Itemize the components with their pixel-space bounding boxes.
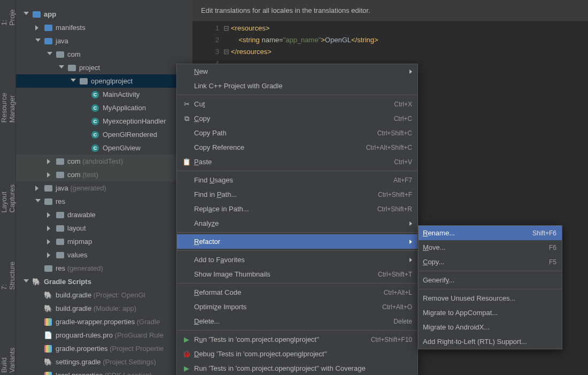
menu-show-thumb-label: Show Image Thumbnails (194, 270, 378, 278)
tree-res-values[interactable]: values (16, 248, 192, 262)
menu-show-thumbnails[interactable]: Show Image ThumbnailsCtrl+Shift+T (177, 267, 417, 281)
menu-copy[interactable]: ⧉CopyCtrl+C (177, 111, 417, 126)
code-editor[interactable]: 1 2 3 4 ⊟ ⊟ <resources> <string name="ap… (192, 21, 588, 70)
class-icon: C (91, 131, 99, 139)
tree-gradle-scripts[interactable]: 🐘Gradle Scripts (16, 275, 192, 288)
submenu-rtl[interactable]: Add Right-to-Left (RTL) Support... (419, 334, 562, 349)
rail-build-variants[interactable]: Build Variants (0, 335, 17, 375)
code-l2-text: OpenGL (325, 36, 351, 44)
rail-resource-manager[interactable]: Resource Manager (0, 71, 17, 125)
rail-structure[interactable]: 7: Structure (0, 257, 17, 292)
menu-reformat[interactable]: Reformat CodeCtrl+Alt+L (177, 285, 417, 300)
package-icon (56, 157, 64, 166)
code-l2-close: </string> (351, 36, 378, 44)
gutter: 1 2 3 4 (192, 22, 223, 70)
menu-copy-ref-label: Copy Reference (194, 143, 366, 151)
tree-res-mipmap[interactable]: mipmap (16, 235, 192, 248)
menu-copy-ref[interactable]: Copy ReferenceCtrl+Alt+Shift+C (177, 140, 417, 155)
menu-run-coverage[interactable]: ▶Run 'Tests in 'com.project.openglprojec… (177, 361, 417, 375)
tree-gradle-wrapper[interactable]: gradle-wrapper.properties (Gradle (16, 315, 192, 328)
refactor-submenu: Rename...Shift+F6 Move...F6 Copy...F5 Ge… (418, 225, 562, 349)
menu-separator (177, 283, 417, 284)
tree-res-label: res (56, 197, 65, 205)
submenu-copy[interactable]: Copy...F5 (419, 255, 562, 269)
debug-icon: 🐞 (181, 350, 192, 358)
tree-res-values-label: values (67, 251, 88, 259)
chevron-down-icon (59, 65, 64, 71)
submenu-migrate-androidx[interactable]: Migrate to AndroidX... (419, 320, 562, 334)
tree-class-2[interactable]: CMyexceptionHandler (16, 114, 192, 128)
menu-optimize[interactable]: Optimize ImportsCtrl+Alt+O (177, 300, 417, 314)
tree-build-gradle-module[interactable]: 🐘build.gradle (Module: app) (16, 302, 192, 315)
rail-layout-captures[interactable]: Layout Captures (0, 167, 17, 215)
tree-java[interactable]: java (16, 34, 192, 48)
menu-run-tests[interactable]: ▶Run 'Tests in 'com.project.openglprojec… (177, 332, 417, 347)
tree-openglproject[interactable]: openglproject (16, 74, 192, 88)
tree-com[interactable]: com (16, 48, 192, 61)
tree-res-layout[interactable]: layout (16, 221, 192, 235)
tree-proguard-hint: (ProGuard Rule (115, 331, 164, 339)
menu-add-favorites[interactable]: Add to Favorites (177, 252, 417, 267)
tree-res-drawable[interactable]: drawable (16, 208, 192, 221)
tree-res-generated[interactable]: res (generated) (16, 262, 192, 275)
menu-new[interactable]: NNewew (177, 64, 417, 79)
file-icon: 📄 (44, 331, 52, 340)
menu-link-cpp[interactable]: Link C++ Project with Gradle (177, 79, 417, 93)
rail-project[interactable]: 1: Proje (0, 3, 17, 28)
tree-com-test[interactable]: com (test) (16, 168, 192, 181)
menu-separator (419, 289, 562, 289)
menu-copy-path-label: Copy Path (194, 129, 377, 137)
tree-class-4[interactable]: COpenGlview (16, 141, 192, 155)
properties-icon (44, 318, 52, 326)
tree-proguard[interactable]: 📄proguard-rules.pro (ProGuard Rule (16, 328, 192, 342)
menu-find-in-path[interactable]: Find in Path...Ctrl+Shift+F (177, 187, 417, 202)
menu-paste[interactable]: 📋PasteCtrl+V (177, 155, 417, 169)
fold-close-icon[interactable]: ⊟ (223, 46, 231, 58)
tree-app[interactable]: app (16, 7, 192, 21)
code-body[interactable]: <resources> <string name="app_name">Open… (231, 22, 378, 70)
tree-com-androidtest-label: com (67, 157, 81, 165)
tree-com-test-label: com (67, 171, 81, 179)
tree-class-3[interactable]: COpenGlRendered (16, 128, 192, 141)
tree-bgm-hint: (Module: app) (94, 304, 136, 312)
menu-copy-path[interactable]: Copy PathCtrl+Shift+C (177, 126, 417, 140)
tree-gw-hint: (Gradle (137, 318, 160, 326)
tree-local-props[interactable]: local.properties (SDK Location) (16, 369, 192, 375)
submenu-move[interactable]: Move...F6 (419, 240, 562, 255)
menu-find-usages[interactable]: Find UsagesAlt+F7 (177, 173, 417, 187)
folder-icon (44, 24, 52, 32)
submenu-generify[interactable]: Generify... (419, 273, 562, 287)
chevron-right-icon (35, 25, 41, 30)
submenu-move-shortcut: F6 (549, 244, 556, 251)
submenu-rename[interactable]: Rename...Shift+F6 (419, 226, 562, 240)
class-icon: C (91, 117, 99, 126)
folder-icon (56, 224, 64, 233)
submenu-migrate-appcompat[interactable]: Migrate to AppCompat... (419, 305, 562, 320)
tree-settings-gradle[interactable]: 🐘settings.gradle (Project Settings) (16, 355, 192, 369)
tree-build-gradle-project[interactable]: 🐘build.gradle (Project: OpenGl (16, 288, 192, 302)
tree-res[interactable]: res (16, 195, 192, 208)
tree-gp-hint: (Project Propertie (110, 345, 164, 353)
submenu-remove-unused[interactable]: Remove Unused Resources... (419, 291, 562, 305)
context-menu: NNewew Link C++ Project with Gradle ✂Cut… (176, 64, 418, 375)
menu-delete[interactable]: Delete...Delete (177, 314, 417, 328)
menu-debug-tests[interactable]: 🐞Debug 'Tests in 'com.project.openglproj… (177, 347, 417, 361)
menu-separator (177, 330, 417, 331)
translations-banner[interactable]: Edit translations for all locales in the… (192, 0, 588, 21)
tree-manifests[interactable]: manifests (16, 21, 192, 34)
folder-icon (44, 197, 52, 206)
chevron-right-icon (47, 239, 52, 244)
menu-cut[interactable]: ✂CutCtrl+X (177, 97, 417, 111)
tree-res-mipmap-label: mipmap (67, 238, 92, 246)
tree-java-generated[interactable]: java (generated) (16, 181, 192, 195)
tree-com-androidtest[interactable]: com (androidTest) (16, 155, 192, 168)
fold-open-icon[interactable]: ⊟ (223, 22, 231, 34)
tree-class-1[interactable]: CMyApplication (16, 101, 192, 114)
tree-gradle-props[interactable]: gradle.properties (Project Propertie (16, 342, 192, 355)
tree-java-gen-hint: (generated) (70, 184, 106, 192)
menu-refactor[interactable]: Refactor (177, 234, 417, 249)
tree-project[interactable]: project (16, 61, 192, 74)
menu-analyze[interactable]: Analyze (177, 216, 417, 231)
tree-class-0[interactable]: CMainActivity (16, 88, 192, 101)
menu-replace-in-path[interactable]: Replace in Path...Ctrl+Shift+R (177, 202, 417, 216)
